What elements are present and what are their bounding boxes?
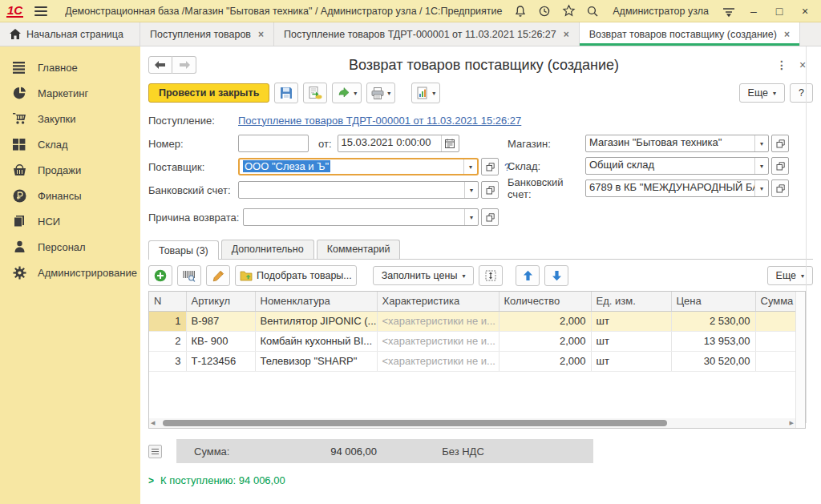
pick-goods-button[interactable]: Подобрать товары... xyxy=(235,265,357,286)
sidebar-item-personal[interactable]: Персонал xyxy=(0,234,140,260)
supplier-open-button[interactable] xyxy=(481,158,499,175)
col-characteristic[interactable]: Характеристика xyxy=(377,292,499,311)
more-label: Еще xyxy=(748,87,768,99)
reason-open-button[interactable] xyxy=(481,208,499,226)
bank-account2-field[interactable]: 6789 в КБ "МЕЖДУНАРОДНЫЙ БАНК РА ▾ xyxy=(585,179,769,197)
table-row[interactable]: 2 КВ- 900 Комбайн кухонный BI... <характ… xyxy=(149,331,796,351)
history-icon[interactable] xyxy=(536,2,553,20)
save-button[interactable] xyxy=(274,83,298,103)
service-menu-icon[interactable] xyxy=(720,2,738,20)
sidebar-item-prodazhi[interactable]: Продажи xyxy=(0,157,140,183)
col-quantity[interactable]: Количество xyxy=(499,292,591,311)
notifications-bell-icon[interactable] xyxy=(512,2,529,20)
col-price[interactable]: Цена xyxy=(671,292,755,311)
dropdown-caret-icon: ▾ xyxy=(801,272,804,280)
fill-prices-button[interactable]: Заполнить цены ▾ xyxy=(373,266,475,285)
scroll-left-icon[interactable]: ◀ xyxy=(149,420,156,426)
supplier-field[interactable]: ООО "Слеза и Ъ" ▾ xyxy=(238,158,479,175)
table-row[interactable]: 3 Т-123456 Телевизор "SHARP" <характерис… xyxy=(149,351,796,371)
pick-goods-label: Подобрать товары... xyxy=(257,270,352,281)
favorites-star-icon[interactable] xyxy=(560,2,577,20)
tab-comment[interactable]: Комментарий xyxy=(317,240,401,259)
expand-rows-button[interactable] xyxy=(479,265,503,286)
post-and-close-button[interactable]: Провести и закрыть xyxy=(148,83,269,103)
tab-close-icon[interactable]: × xyxy=(784,29,790,40)
warehouse-open-button[interactable] xyxy=(771,157,789,175)
col-unit[interactable]: Ед. изм. xyxy=(591,292,671,311)
to-receipt-link[interactable]: > К поступлению: 94 006,00 xyxy=(148,474,813,486)
maximize-button[interactable]: □ xyxy=(770,5,789,18)
more-actions-button[interactable]: Еще ▾ xyxy=(739,83,785,103)
sidebar-item-marketing[interactable]: Маркетинг xyxy=(0,80,140,106)
search-icon[interactable] xyxy=(584,2,601,20)
col-sku[interactable]: Артикул xyxy=(186,292,255,311)
bank2-dropdown-icon[interactable]: ▾ xyxy=(754,180,768,196)
store-dropdown-icon[interactable]: ▾ xyxy=(754,135,768,151)
form-close-icon[interactable]: × xyxy=(792,58,813,71)
totals-settings-button[interactable] xyxy=(148,445,162,458)
minimize-button[interactable]: – xyxy=(744,5,763,18)
reason-dropdown-icon[interactable]: ▾ xyxy=(464,209,478,225)
supplier-label: Поставщик: xyxy=(148,161,238,173)
table-row[interactable]: 1 В-987 Вентилятор JIPONIC (... <характе… xyxy=(149,311,796,331)
arrow-down-icon xyxy=(552,270,562,281)
sidebar-item-zakupki[interactable]: Закупки xyxy=(0,106,140,131)
main-menu-icon[interactable] xyxy=(34,6,47,16)
close-window-button[interactable]: × xyxy=(795,5,815,18)
sections-sidebar: Главное Маркетинг Закупки Склад xyxy=(0,46,140,504)
sidebar-item-administrirovanie[interactable]: Администрирование xyxy=(0,260,140,285)
bank-account-field[interactable]: ▾ xyxy=(238,181,479,199)
nav-forward-button[interactable] xyxy=(172,56,196,74)
create-based-on-button[interactable]: ▾ xyxy=(332,83,362,103)
tab-additional[interactable]: Дополнительно xyxy=(221,240,314,259)
number-field[interactable] xyxy=(238,135,309,152)
current-user[interactable]: Администратор узла xyxy=(613,6,709,17)
tab-close-icon[interactable]: × xyxy=(564,29,569,40)
tab-goods-receipts-list[interactable]: Поступления товаров × xyxy=(140,22,274,46)
date-field[interactable]: 15.03.2021 0:00:00 xyxy=(338,135,459,152)
sidebar-item-glavnoe[interactable]: Главное xyxy=(0,54,140,80)
tab-goods[interactable]: Товары (3) xyxy=(148,240,219,260)
warehouse-label: Склад: xyxy=(508,160,585,172)
edit-row-button[interactable] xyxy=(206,265,230,286)
tab-return-to-supplier[interactable]: Возврат товаров поставщику (создание) × xyxy=(580,22,800,46)
calendar-icon[interactable] xyxy=(441,135,459,151)
ruble-icon xyxy=(13,189,26,203)
document-subtabs: Товары (3) Дополнительно Комментарий xyxy=(148,240,813,260)
arrow-right-icon xyxy=(179,61,190,69)
bank-open-button[interactable] xyxy=(481,181,499,199)
bank-dropdown-icon[interactable]: ▾ xyxy=(464,182,478,198)
col-sum[interactable]: Сумма xyxy=(755,292,796,311)
create-based-on-icon xyxy=(337,87,350,99)
return-reason-field[interactable]: ▾ xyxy=(243,208,479,226)
move-row-down-button[interactable] xyxy=(544,265,568,286)
warehouse-dropdown-icon[interactable]: ▾ xyxy=(754,158,768,174)
add-row-button[interactable] xyxy=(148,265,172,286)
col-item[interactable]: Номенклатура xyxy=(255,292,377,311)
sidebar-item-nsi[interactable]: НСИ xyxy=(0,208,140,234)
reports-button[interactable]: ▾ xyxy=(411,83,440,103)
sidebar-item-sklad[interactable]: Склад xyxy=(0,131,140,157)
move-row-up-button[interactable] xyxy=(516,265,540,286)
barcode-scan-button[interactable] xyxy=(177,265,201,286)
supplier-dropdown-icon[interactable]: ▾ xyxy=(463,159,477,174)
tab-goods-receipt-doc[interactable]: Поступление товаров ТДРТ-000001 от 11.03… xyxy=(274,22,580,46)
help-button[interactable]: ? xyxy=(790,83,813,103)
sidebar-item-finansy[interactable]: Финансы xyxy=(0,183,140,208)
receipt-document-link[interactable]: Поступление товаров ТДРТ-000001 от 11.03… xyxy=(238,115,521,127)
tab-home[interactable]: Начальная страница xyxy=(0,22,140,46)
col-n[interactable]: N xyxy=(149,292,186,311)
store-open-button[interactable] xyxy=(771,135,789,152)
store-field[interactable]: Магазин "Бытовая техника" ▾ xyxy=(585,135,769,152)
scrollbar-thumb[interactable] xyxy=(163,420,667,426)
print-button[interactable]: ▾ xyxy=(366,83,395,103)
warehouse-field[interactable]: Общий склад ▾ xyxy=(585,157,769,175)
vertical-scrollbar[interactable] xyxy=(795,292,805,428)
horizontal-scrollbar[interactable]: ◀ ▶ xyxy=(149,418,795,428)
bank2-open-button[interactable] xyxy=(771,179,789,197)
tab-close-icon[interactable]: × xyxy=(258,29,264,40)
post-document-button[interactable] xyxy=(303,83,327,103)
scroll-right-icon[interactable]: ▶ xyxy=(788,420,795,426)
nav-back-button[interactable] xyxy=(148,56,172,74)
form-kebab-menu[interactable]: ⋮ xyxy=(771,58,792,71)
